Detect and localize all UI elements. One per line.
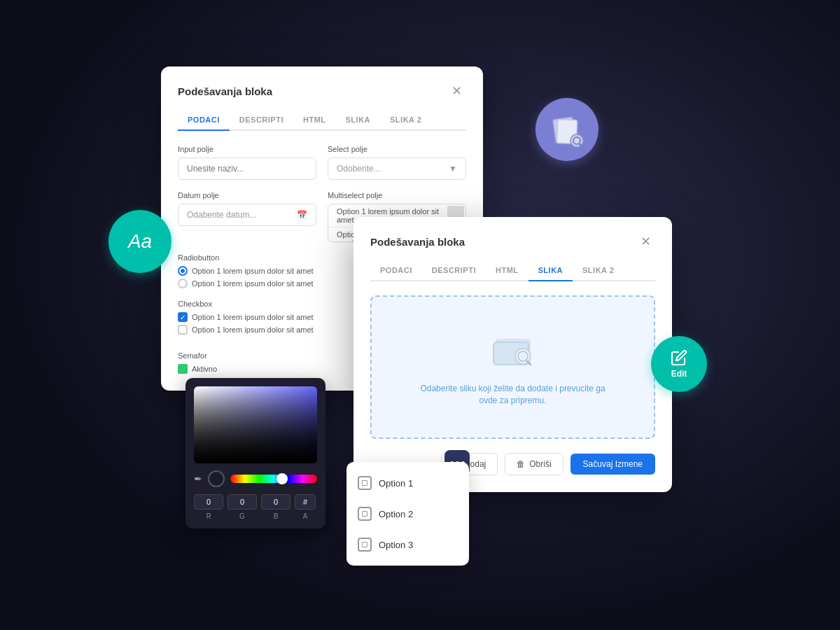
b-label: B xyxy=(274,512,279,520)
color-picker: ✒ R G B a xyxy=(186,378,326,528)
select-field-group: Select polje Odoberite... ▼ xyxy=(328,145,466,180)
date-field-group: Datum polje Odaberite datum... 📅 xyxy=(178,191,316,242)
eyedropper-icon[interactable]: ✒ xyxy=(194,473,202,484)
color-swatch[interactable] xyxy=(208,470,225,487)
multiselect-label: Multiselect polje xyxy=(328,191,466,200)
tab-podaci-2[interactable]: PODACI xyxy=(370,260,422,281)
g-label: G xyxy=(239,512,245,520)
files-circle xyxy=(536,98,598,161)
drop-zone[interactable]: Odaberite sliku koji želite da dodate i … xyxy=(370,295,655,439)
radio-dot-1 xyxy=(178,266,188,276)
tab-descripti-2[interactable]: DESCRIPTI xyxy=(422,260,486,281)
option3-label: Option 3 xyxy=(379,540,413,550)
g-input[interactable] xyxy=(227,494,257,510)
date-field[interactable]: Odaberite datum... 📅 xyxy=(178,204,316,226)
rgb-inputs: R G B a xyxy=(194,494,317,520)
g-field: G xyxy=(227,494,257,520)
dropdown-item-option1[interactable]: Option 1 xyxy=(346,468,469,498)
modal-title-1: Podešavanja bloka xyxy=(178,85,272,97)
option2-icon xyxy=(358,507,372,521)
hue-thumb[interactable] xyxy=(276,473,288,484)
modal2-tabs: PODACI DESCRIPTI HTML SLIKA SLIKA 2 xyxy=(370,260,655,281)
option1-icon xyxy=(358,476,372,490)
r-field: R xyxy=(194,494,223,520)
color-canvas[interactable] xyxy=(194,386,317,463)
semafor-value: Aktivno xyxy=(192,365,217,373)
option1-label: Option 1 xyxy=(379,478,413,489)
select-label: Select polje xyxy=(328,145,466,153)
edit-circle-button[interactable]: Edit xyxy=(651,336,707,392)
aa-text: Aa xyxy=(128,230,152,253)
input-field-group: Input polje xyxy=(178,145,316,180)
modal1-tabs: PODACI DESCRIPTI HTML SLIKA SLIKA 2 xyxy=(178,110,466,131)
tab-slika-2[interactable]: SLIKA xyxy=(528,260,573,281)
hex-field: a xyxy=(295,494,316,520)
modal-title-2: Podešavanja bloka xyxy=(370,236,465,248)
aa-typography-circle: Aa xyxy=(108,210,172,273)
pencil-icon xyxy=(671,349,687,366)
r-label: R xyxy=(206,512,211,520)
option3-icon xyxy=(358,538,372,552)
tab-slika2-2[interactable]: SLIKA 2 xyxy=(573,260,624,281)
modal-header-2: Podešavanja bloka ✕ xyxy=(370,234,655,249)
tab-slika-1[interactable]: SLIKA xyxy=(336,110,381,131)
option2-label: Option 2 xyxy=(379,509,413,519)
hex-input[interactable] xyxy=(295,494,316,510)
dropdown-menu: Option 1 Option 2 Option 3 xyxy=(346,462,469,566)
modal-close-1[interactable]: ✕ xyxy=(447,83,466,99)
delete-icon: 🗑 xyxy=(517,459,525,469)
date-label: Datum polje xyxy=(178,191,316,200)
modal-header-1: Podešavanja bloka ✕ xyxy=(178,83,466,99)
svg-line-9 xyxy=(580,144,583,148)
b-input[interactable] xyxy=(261,494,290,510)
input-label: Input polje xyxy=(178,145,316,153)
color-controls: ✒ xyxy=(194,470,317,487)
files-icon xyxy=(552,114,582,145)
dropdown-item-option3[interactable]: Option 3 xyxy=(346,529,469,560)
input-field[interactable] xyxy=(178,158,316,180)
dropdown-item-option2[interactable]: Option 2 xyxy=(346,498,469,529)
checkbox-box-2 xyxy=(178,325,188,335)
tab-html-2[interactable]: HTML xyxy=(486,260,528,281)
checkbox-box-1: ✓ xyxy=(178,312,188,322)
modal-close-2[interactable]: ✕ xyxy=(636,234,655,249)
select-field[interactable]: Odoberite... ▼ xyxy=(328,158,466,180)
hex-label: a xyxy=(303,512,308,520)
edit-label: Edit xyxy=(671,369,687,379)
radio-dot-2 xyxy=(178,279,188,288)
modal-block-settings-2: Podešavanja bloka ✕ PODACI DESCRIPTI HTM… xyxy=(354,217,672,492)
tab-html-1[interactable]: HTML xyxy=(293,110,336,131)
drop-folder-icon xyxy=(492,328,534,374)
delete-button[interactable]: 🗑 Obriši xyxy=(505,453,563,475)
tab-descripti-1[interactable]: DESCRIPTI xyxy=(230,110,293,131)
drop-zone-text: Odaberite sliku koji želite da dodate i … xyxy=(415,383,611,407)
b-field: B xyxy=(261,494,290,520)
tab-podaci-1[interactable]: PODACI xyxy=(178,110,230,131)
semafor-green-dot xyxy=(178,364,188,374)
tab-slika2-1[interactable]: SLIKA 2 xyxy=(380,110,431,131)
save-button[interactable]: Sačuvaj Izmene xyxy=(570,454,655,475)
hue-slider[interactable] xyxy=(230,475,317,483)
r-input[interactable] xyxy=(194,494,223,510)
